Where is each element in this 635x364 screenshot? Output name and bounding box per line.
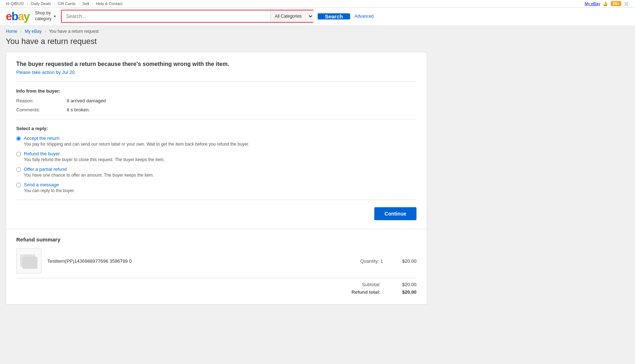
item-image-icon — [20, 252, 38, 270]
daily-deals-link[interactable]: Daily Deals — [31, 1, 51, 6]
logo-b: b — [12, 10, 18, 23]
breadcrumb-home[interactable]: Home — [6, 29, 17, 34]
cart-icon[interactable]: 🛒 — [624, 1, 629, 6]
reply-desc-accept: You pay for shipping and can send our re… — [24, 142, 250, 147]
logo: ebay — [6, 10, 29, 22]
reply-radio-refund[interactable] — [16, 152, 21, 156]
item-name: TestItem(PP)1436988977696 3596789 0 — [47, 258, 354, 264]
sell-link[interactable]: Sell — [82, 1, 89, 6]
divider-3 — [16, 200, 416, 200]
refund-summary-card: Refund summary TestItem(PP)1436988977696… — [6, 229, 427, 305]
reply-title-message[interactable]: Send a message — [24, 182, 75, 187]
reply-option-message: Send a message You can reply to the buye… — [16, 182, 416, 193]
info-section: Info from the buyer: Reason: It arrived … — [16, 88, 416, 112]
breadcrumb-myebay[interactable]: My eBay — [25, 29, 42, 34]
subtotal-value: $20.00 — [395, 282, 416, 287]
svg-rect-1 — [23, 257, 37, 268]
greeting: Hi QIBUS! — [6, 1, 24, 6]
shop-by-category[interactable]: Shop bycategory ▼ — [35, 10, 57, 22]
reply-desc-refund: You fully refund the buyer to close this… — [24, 157, 165, 162]
top-nav-left: Hi QIBUS! | Daily Deals | Gift Cards | S… — [6, 1, 123, 6]
advanced-link[interactable]: Advanced — [354, 14, 374, 19]
myebay-link[interactable]: My eBay — [585, 1, 600, 6]
shop-by-label: Shop bycategory — [35, 10, 52, 22]
logo-e: e — [6, 10, 12, 23]
page-title: You have a return request — [6, 37, 427, 46]
notification-badge: 99+ — [611, 1, 621, 6]
info-section-label: Info from the buyer: — [16, 88, 416, 94]
subtotal-row: Subtotal: $20.00 — [16, 282, 416, 287]
item-thumbnail — [16, 248, 41, 274]
reply-option-partial: Offer a partial refund You have one chan… — [16, 167, 416, 178]
item-price: $20.00 — [395, 258, 416, 264]
continue-button[interactable]: Continue — [374, 207, 416, 220]
comments-value: It s broken. — [67, 107, 90, 112]
breadcrumb-current: You have a return request — [49, 29, 99, 34]
refund-total-label: Refund total: — [352, 289, 380, 295]
subtotal-label: Subtotal: — [352, 282, 380, 287]
comments-row: Comments: It s broken. — [16, 107, 416, 112]
divider-1 — [16, 81, 416, 82]
category-select[interactable]: All Categories — [270, 10, 313, 22]
reply-desc-message: You can reply to the buyer. — [24, 188, 75, 193]
request-header: The buyer requested a return because the… — [16, 61, 416, 75]
bell-icon[interactable]: 🔔 — [603, 1, 608, 6]
top-nav: Hi QIBUS! | Daily Deals | Gift Cards | S… — [0, 0, 635, 8]
reply-desc-partial: You have one chance to offer an amount. … — [24, 173, 154, 178]
top-nav-right: My eBay 🔔 99+ 🛒 — [585, 1, 629, 6]
chevron-down-icon: ▼ — [53, 14, 57, 18]
refund-total-row: Refund total: $20.00 — [16, 289, 416, 295]
divider-2 — [16, 119, 416, 119]
search-button[interactable]: Search — [318, 13, 350, 19]
reply-section: Select a reply: Accept the return You pa… — [16, 126, 416, 193]
search-bar: All Categories — [61, 10, 313, 23]
gift-cards-link[interactable]: Gift Cards — [58, 1, 76, 6]
logo-y: y — [23, 10, 29, 23]
refund-totals: Subtotal: $20.00 Refund total: $20.00 — [16, 278, 416, 295]
continue-section: Continue — [16, 207, 416, 220]
breadcrumb: Home › My eBay › You have a return reque… — [0, 26, 635, 37]
reason-label: Reason: — [16, 98, 67, 103]
reply-radio-message[interactable] — [16, 183, 21, 187]
refund-item-row: TestItem(PP)1436988977696 3596789 0 Quan… — [16, 248, 416, 274]
reason-row: Reason: It arrived damaged — [16, 98, 416, 103]
header: ebay Shop bycategory ▼ All Categories Se… — [0, 8, 635, 26]
request-heading: The buyer requested a return because the… — [16, 61, 416, 67]
reply-title-accept[interactable]: Accept the return — [24, 136, 250, 141]
page-content: You have a return request The buyer requ… — [0, 37, 433, 312]
reply-radio-accept[interactable] — [16, 136, 21, 141]
refund-summary-title: Refund summary — [16, 236, 416, 243]
reason-value: It arrived damaged — [67, 98, 106, 103]
comments-label: Comments: — [16, 107, 67, 112]
reply-section-label: Select a reply: — [16, 126, 416, 131]
action-deadline: Please take action by Jul 20. — [16, 70, 416, 75]
reply-option-refund: Refund the buyer You fully refund the bu… — [16, 151, 416, 162]
reply-title-partial[interactable]: Offer a partial refund — [24, 167, 154, 172]
main-card: The buyer requested a return because the… — [6, 52, 427, 229]
item-quantity: Quantity: 1 — [360, 258, 389, 264]
reply-radio-partial[interactable] — [16, 167, 21, 172]
logo-a: a — [18, 10, 23, 23]
search-input[interactable] — [62, 10, 270, 22]
reply-title-refund[interactable]: Refund the buyer — [24, 151, 165, 156]
refund-total-value: $20.00 — [395, 289, 416, 295]
help-contact-link[interactable]: Help & Contact — [96, 1, 123, 6]
reply-option-accept: Accept the return You pay for shipping a… — [16, 136, 416, 147]
